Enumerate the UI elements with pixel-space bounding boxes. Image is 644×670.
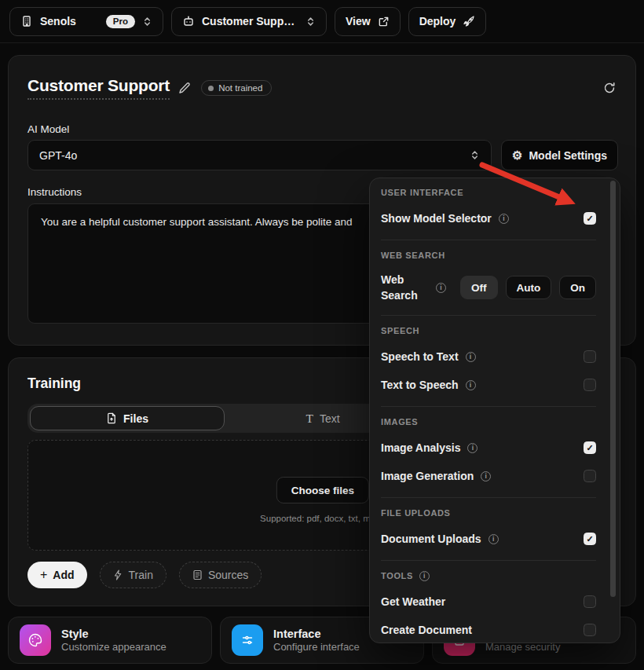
model-settings-button[interactable]: ⚙ Model Settings: [501, 140, 618, 170]
text-to-speech-checkbox[interactable]: ✓: [584, 379, 596, 391]
deploy-button-label: Deploy: [419, 15, 456, 27]
divider: [381, 315, 596, 316]
tools-title-label: TOOLS: [381, 571, 413, 581]
interface-card-subtitle: Configure interface: [273, 641, 360, 654]
web-search-auto-button[interactable]: Auto: [506, 276, 552, 299]
chevron-up-down-icon: [142, 16, 152, 27]
setting-row-text-to-speech: Text to Speech i ✓: [381, 374, 596, 396]
divider: [381, 406, 596, 407]
web-search-label: Web Search: [381, 272, 430, 304]
setting-row-show-model-selector: Show Model Selector i ✓: [381, 207, 596, 229]
external-link-icon: [378, 16, 390, 27]
sources-list-icon: [192, 569, 203, 580]
image-generation-label: Image Generation: [381, 470, 474, 482]
section-title-user-interface: USER INTERFACE: [381, 188, 596, 198]
pro-badge: Pro: [106, 15, 135, 28]
style-card-subtitle: Customize appearance: [61, 641, 166, 654]
interface-card-text: Interface Configure interface: [273, 627, 360, 654]
training-title: Training: [27, 375, 81, 392]
add-button-label: Add: [53, 569, 74, 581]
top-bar: Senols Pro Customer Supp… View: [0, 0, 644, 43]
plus-icon: +: [40, 569, 47, 581]
tab-files[interactable]: Files: [30, 406, 225, 430]
section-title-images: IMAGES: [381, 417, 596, 427]
web-search-segmented-control: Off Auto On: [460, 276, 596, 299]
info-icon[interactable]: i: [481, 471, 491, 481]
model-settings-popover: USER INTERFACE Show Model Selector i ✓ W…: [369, 178, 620, 643]
ai-model-value: GPT-4o: [39, 149, 77, 162]
get-weather-checkbox[interactable]: ✓: [584, 595, 596, 608]
rocket-icon: [463, 15, 475, 27]
get-weather-label: Get Weather: [381, 595, 445, 608]
setting-row-create-document: Create Document ✓: [381, 619, 596, 641]
status-badge-label: Not trained: [218, 83, 262, 93]
training-actions: + Add Train Sources: [27, 562, 262, 588]
train-button-label: Train: [129, 569, 153, 581]
popover-scrollbar[interactable]: [610, 181, 616, 597]
setting-row-image-analysis: Image Analysis i ✓: [381, 437, 596, 459]
page-title[interactable]: Customer Support: [27, 76, 170, 100]
section-title-web-search: WEB SEARCH: [381, 251, 596, 261]
train-button[interactable]: Train: [100, 562, 166, 588]
info-icon[interactable]: i: [467, 443, 478, 453]
file-upload-icon: [106, 412, 117, 424]
view-button-label: View: [346, 15, 371, 27]
add-button[interactable]: + Add: [27, 562, 87, 588]
image-analysis-checkbox[interactable]: ✓: [584, 441, 596, 454]
section-title-file-uploads: FILE UPLOADS: [381, 508, 596, 518]
zap-icon: [113, 569, 123, 580]
divider: [381, 560, 596, 561]
status-badge: Not trained: [201, 80, 272, 96]
web-search-on-button[interactable]: On: [559, 276, 596, 299]
info-icon[interactable]: i: [436, 283, 446, 293]
sources-button-label: Sources: [208, 569, 248, 581]
status-dot-icon: [208, 86, 214, 91]
chevron-up-down-icon: [306, 16, 316, 27]
edit-title-icon[interactable]: [178, 82, 191, 94]
supported-formats-note: Supported: pdf, docx, txt, md, d: [260, 514, 386, 523]
choose-files-button[interactable]: Choose files: [276, 477, 369, 503]
show-model-selector-checkbox[interactable]: ✓: [584, 212, 596, 225]
palette-icon: [20, 624, 51, 656]
tab-text-label: Text: [320, 412, 340, 425]
info-icon[interactable]: i: [488, 534, 499, 544]
workspace-switcher[interactable]: Senols Pro: [9, 7, 163, 36]
sliders-icon: [232, 624, 263, 656]
section-title-speech: SPEECH: [381, 326, 596, 336]
ai-model-select[interactable]: GPT-4o: [27, 140, 492, 170]
agent-switcher[interactable]: Customer Supp…: [171, 7, 327, 36]
web-search-off-button[interactable]: Off: [460, 276, 498, 299]
setting-row-speech-to-text: Speech to Text i ✓: [381, 346, 596, 368]
info-icon[interactable]: i: [466, 380, 476, 390]
ai-model-label: AI Model: [27, 123, 69, 135]
agent-name: Customer Supp…: [202, 15, 295, 27]
document-uploads-checkbox[interactable]: ✓: [584, 533, 596, 545]
deploy-button[interactable]: Deploy: [408, 7, 487, 36]
info-icon[interactable]: i: [499, 214, 509, 224]
speech-to-text-checkbox[interactable]: ✓: [584, 350, 596, 363]
sources-button[interactable]: Sources: [179, 562, 262, 588]
setting-row-document-uploads: Document Uploads i ✓: [381, 528, 596, 550]
style-card-title: Style: [61, 627, 166, 641]
create-document-label: Create Document: [381, 624, 472, 636]
gear-icon: ⚙: [512, 149, 522, 161]
setting-row-get-weather: Get Weather ✓: [381, 591, 596, 613]
image-analysis-label: Image Analysis: [381, 441, 460, 454]
tab-files-label: Files: [123, 412, 148, 425]
info-icon[interactable]: i: [419, 571, 430, 581]
model-settings-label: Model Settings: [529, 149, 607, 162]
view-button[interactable]: View: [335, 7, 401, 36]
divider: [381, 497, 596, 498]
building-icon: [20, 15, 33, 27]
show-model-selector-label: Show Model Selector: [381, 212, 492, 225]
instructions-label: Instructions: [27, 186, 82, 198]
image-generation-checkbox[interactable]: ✓: [584, 470, 596, 482]
speech-to-text-label: Speech to Text: [381, 350, 459, 363]
style-card[interactable]: Style Customize appearance: [8, 617, 212, 664]
info-icon[interactable]: i: [466, 352, 476, 362]
create-document-checkbox[interactable]: ✓: [584, 624, 596, 636]
refresh-icon[interactable]: [602, 81, 617, 95]
setting-row-web-search: Web Search i Off Auto On: [381, 270, 596, 305]
interface-card-title: Interface: [273, 627, 360, 641]
workspace-name: Senols: [40, 15, 76, 27]
